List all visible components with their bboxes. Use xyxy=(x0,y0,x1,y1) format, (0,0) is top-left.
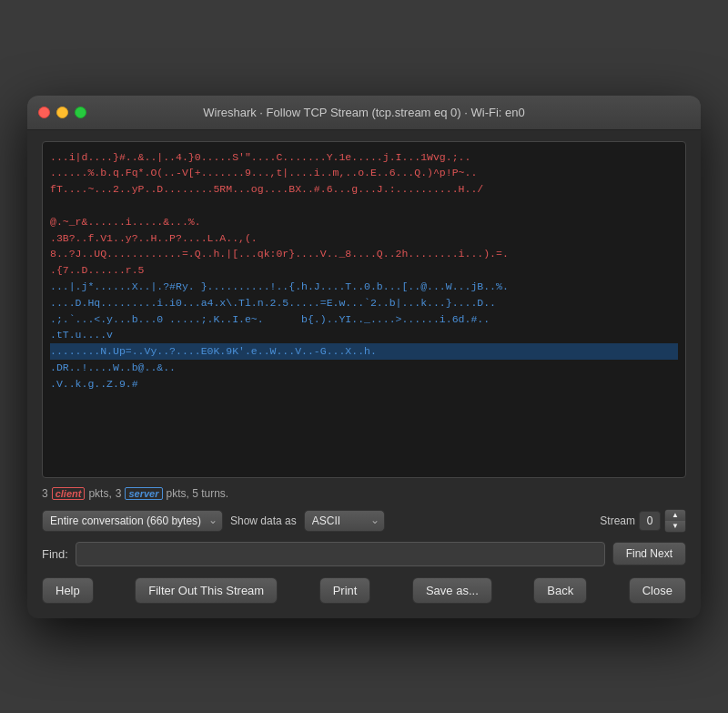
controls-row: Entire conversation (660 bytes) Show dat… xyxy=(42,509,686,533)
stream-line: .tT.u....v xyxy=(50,327,678,343)
close-window-button[interactable] xyxy=(38,107,50,118)
stats-pkts-text: pkts, xyxy=(88,487,111,500)
window-title: Wireshark · Follow TCP Stream (tcp.strea… xyxy=(203,106,525,119)
format-select[interactable]: ASCII Hex EBCDIC Hex Dump C Arrays Raw xyxy=(304,510,385,532)
help-button[interactable]: Help xyxy=(42,577,94,604)
maximize-window-button[interactable] xyxy=(75,107,86,118)
find-row: Find: Find Next xyxy=(42,542,686,566)
main-window: Wireshark · Follow TCP Stream (tcp.strea… xyxy=(27,96,701,618)
format-select-wrapper: ASCII Hex EBCDIC Hex Dump C Arrays Raw xyxy=(304,510,385,532)
stream-line xyxy=(50,198,678,214)
client-badge: client xyxy=(52,487,86,500)
stream-line: .DR..!....W..b@..&.. xyxy=(50,360,678,376)
traffic-lights xyxy=(38,107,86,118)
titlebar: Wireshark · Follow TCP Stream (tcp.strea… xyxy=(27,96,701,130)
stream-stepper: ▲ ▼ xyxy=(664,509,686,533)
stream-line: .{7..D......r.5 xyxy=(50,262,678,279)
stream-increment-button[interactable]: ▲ xyxy=(665,510,685,521)
stream-line: ...i|d....}#..&..|..4.}0.....S'"....C...… xyxy=(50,149,678,166)
back-button[interactable]: Back xyxy=(533,577,587,604)
find-input[interactable] xyxy=(76,542,605,566)
stream-line: @.~_r&......i.....&...%. xyxy=(50,214,678,230)
find-label: Find: xyxy=(42,547,68,561)
stream-line: ...|.j*......X..|.?#Ry. }..........!..{.… xyxy=(50,279,678,295)
stats-turns: pkts, 5 turns. xyxy=(167,487,229,500)
stream-line: .;.`...<.y...b...0 .....;.K..I.e~. b{.).… xyxy=(50,311,678,328)
stream-display[interactable]: ...i|d....}#..&..|..4.}0.....S'"....C...… xyxy=(42,141,686,478)
main-content: ...i|d....}#..&..|..4.}0.....S'"....C...… xyxy=(27,130,701,618)
conversation-select-wrapper: Entire conversation (660 bytes) xyxy=(42,510,223,532)
stats-row: 3 client pkts, 3 server pkts, 5 turns. xyxy=(42,487,686,500)
stream-line: .V..k.g..Z.9.# xyxy=(50,376,678,392)
save-as-button[interactable]: Save as... xyxy=(412,577,492,604)
stream-line: 8..?J..UQ............=.Q..h.|[...qk:0r}.… xyxy=(50,246,678,262)
stream-line: .3B?..f.V1..y?..H..P?....L.A..,(. xyxy=(50,230,678,247)
stream-line: ......%.b.q.Fq*.O(..-V[+.......9...,t|..… xyxy=(50,165,678,181)
filter-out-button[interactable]: Filter Out This Stream xyxy=(135,577,278,604)
server-count: 3 xyxy=(116,487,122,500)
conversation-select[interactable]: Entire conversation (660 bytes) xyxy=(42,510,223,532)
find-next-button[interactable]: Find Next xyxy=(612,542,686,565)
stream-decrement-button[interactable]: ▼ xyxy=(665,521,685,532)
stream-control: Stream 0 ▲ ▼ xyxy=(600,509,686,533)
client-count: 3 xyxy=(42,487,48,500)
minimize-window-button[interactable] xyxy=(56,107,68,118)
stream-line: fT....~...2..yP..D........5RM...og....BX… xyxy=(50,181,678,198)
stream-line: ....D.Hq.........i.i0...a4.x\.Tl.n.2.5..… xyxy=(50,295,678,311)
stream-line-highlighted: ........N.Up=..Vy..?....E0K.9K'.e..W...V… xyxy=(50,343,678,360)
stream-label: Stream xyxy=(600,514,635,527)
close-button[interactable]: Close xyxy=(629,577,686,604)
buttons-row: Help Filter Out This Stream Print Save a… xyxy=(42,577,686,604)
stream-number: 0 xyxy=(639,511,661,531)
server-badge: server xyxy=(125,487,162,500)
print-button[interactable]: Print xyxy=(319,577,371,604)
show-data-label: Show data as xyxy=(230,514,297,527)
